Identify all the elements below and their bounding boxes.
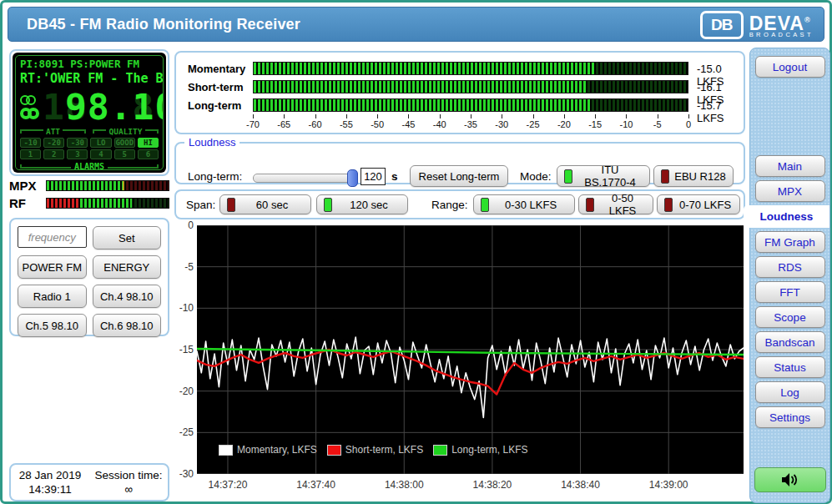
legend-item: Short-term, LKFS (327, 444, 423, 456)
shortterm-meter (253, 80, 688, 93)
x-tick-label: 14:38:20 (473, 479, 512, 491)
sidebar-item-mpx[interactable]: MPX (755, 180, 825, 202)
ring-icon (26, 95, 36, 105)
y-tick-label: -15 (179, 344, 194, 355)
longterm-value-input[interactable] (361, 168, 386, 185)
sidebar-item-rds[interactable]: RDS (755, 256, 825, 278)
y-tick-label: 0 (188, 219, 194, 231)
preset-button-6[interactable]: Ch.6 98.10 (93, 314, 162, 337)
scale-number: -70 (246, 119, 260, 129)
scale-tick (471, 114, 471, 118)
span-120sec-button[interactable]: 120 sec (316, 194, 408, 214)
slider-thumb[interactable] (347, 169, 358, 187)
bracket-line (63, 129, 86, 134)
legend-label: Short-term, LKFS (345, 444, 423, 456)
frequency-display: 188.88 98.10 (43, 87, 159, 127)
scale-number: -10 (619, 119, 633, 129)
rf-label: RF (9, 196, 46, 210)
range-070-button[interactable]: 0-70 LKFS (657, 194, 740, 214)
deva-broadcast-text: BROADCAST (749, 31, 814, 38)
chart-legend: Momentary, LKFSShort-term, LKFSLong-term… (219, 444, 528, 456)
scale-tick (502, 114, 502, 118)
scale-tick (377, 114, 378, 118)
att-cell: -20 (43, 138, 64, 148)
set-button[interactable]: Set (93, 226, 162, 249)
preset-button-5[interactable]: Ch.5 98.10 (18, 314, 87, 337)
meter-stripes (47, 199, 169, 208)
scale-tick (284, 114, 285, 118)
speaker-icon (780, 472, 800, 487)
alarm-cells: 1 2 3 4 5 6 (20, 149, 159, 159)
bracket-line (20, 129, 43, 134)
led-indicator (227, 198, 235, 212)
sidebar-item-settings[interactable]: Settings (755, 406, 825, 428)
chart-plot-area: Momentary, LKFSShort-term, LKFSLong-term… (197, 225, 744, 474)
seconds-unit: s (391, 170, 398, 183)
rf-meter-row: RF (9, 197, 169, 209)
sidebar-item-log[interactable]: Log (755, 381, 825, 403)
stereo-rings-bold-icon (20, 108, 39, 119)
sidebar-item-main[interactable]: Main (755, 155, 825, 177)
shortterm-meter-row: Short-term -16.1 LKFS (176, 80, 744, 95)
led-indicator (481, 198, 489, 212)
scale-tick (658, 114, 658, 118)
page-title: DB45 - FM Radio Monitoring Receiver (8, 16, 300, 33)
nav-sidebar: Logout Main MPX Loudness FM Graph RDS FF… (749, 48, 830, 503)
preset-button-4[interactable]: Ch.4 98.10 (93, 285, 162, 308)
meter-stripes (254, 63, 688, 74)
scale-tick (315, 114, 316, 118)
mode-label: Mode: (520, 170, 552, 183)
scale-number: -50 (371, 119, 384, 129)
loudness-controls-row: Long-term: s Reset Long-term Mode: ITU B… (176, 167, 744, 189)
scale-number: 0 (686, 119, 691, 129)
x-tick-label: 14:37:40 (296, 479, 335, 491)
range-050-label: 0-50 LKFS (599, 192, 646, 217)
scale-number: -60 (309, 119, 322, 129)
reset-longterm-button[interactable]: Reset Long-term (410, 165, 508, 187)
loudness-meters-panel: Momentary -15.0 LKFS Short-term -16.1 LK… (174, 51, 745, 134)
quality-label: QUALITY (108, 127, 142, 136)
audio-listen-button[interactable] (754, 467, 826, 492)
session-time: Session time: ∞ (89, 468, 168, 496)
scale-number: -40 (433, 119, 446, 129)
range-label: Range: (431, 199, 468, 211)
preset-button-1[interactable]: POWER FM (18, 255, 87, 279)
lcd-pi-ps-line: PI:8091 PS:POWER FM (20, 58, 159, 71)
quality-bracket: QUALITY (93, 127, 159, 136)
logout-button[interactable]: Logout (755, 56, 825, 78)
rf-meter (46, 198, 169, 209)
sidebar-item-loudness-active[interactable]: Loudness (744, 205, 829, 228)
span-label: Span: (186, 199, 215, 211)
span-60sec-button[interactable]: 60 sec (219, 194, 311, 214)
deva-db-icon: DB (700, 11, 744, 39)
frequency-input[interactable] (18, 226, 87, 248)
att-cell: -10 (20, 138, 41, 148)
scale-number: -55 (340, 119, 353, 129)
mode-ebu-button[interactable]: EBU R128 (653, 165, 734, 187)
sidebar-item-fft[interactable]: FFT (755, 281, 825, 303)
span-120-label: 120 sec (337, 199, 401, 211)
sidebar-item-fm-graph[interactable]: FM Graph (755, 231, 825, 253)
scale-number: -25 (527, 119, 540, 129)
quality-cell: LO (90, 138, 111, 148)
preset-button-3[interactable]: Radio 1 (18, 285, 87, 308)
sidebar-item-scope[interactable]: Scope (755, 306, 825, 328)
sidebar-item-bandscan[interactable]: Bandscan (755, 331, 825, 353)
led-indicator (661, 169, 669, 184)
frequency-value: 98.10 (43, 87, 164, 127)
longterm-slider[interactable] (253, 174, 356, 183)
shortterm-label: Short-term (188, 81, 243, 93)
alarm-cell: 3 (67, 149, 88, 159)
range-030-button[interactable]: 0-30 LKFS (473, 194, 575, 214)
range-050-button[interactable]: 0-50 LKFS (578, 194, 653, 214)
mode-itu-button[interactable]: ITU BS.1770-4 (557, 165, 650, 187)
datetime: 28 Jan 2019 14:39:11 (11, 468, 89, 496)
registered-mark: ® (804, 16, 811, 24)
meter-scale: -70-65-60-55-50-45-40-35-30-25-20-15-10-… (253, 114, 688, 133)
app-frame: DB45 - FM Radio Monitoring Receiver DB D… (0, 0, 832, 504)
preset-button-2[interactable]: ENERGY (93, 255, 162, 279)
att-bracket: ATT (20, 127, 86, 136)
meter-stripes (254, 81, 688, 93)
led-indicator (564, 169, 572, 184)
sidebar-item-status[interactable]: Status (755, 356, 825, 378)
